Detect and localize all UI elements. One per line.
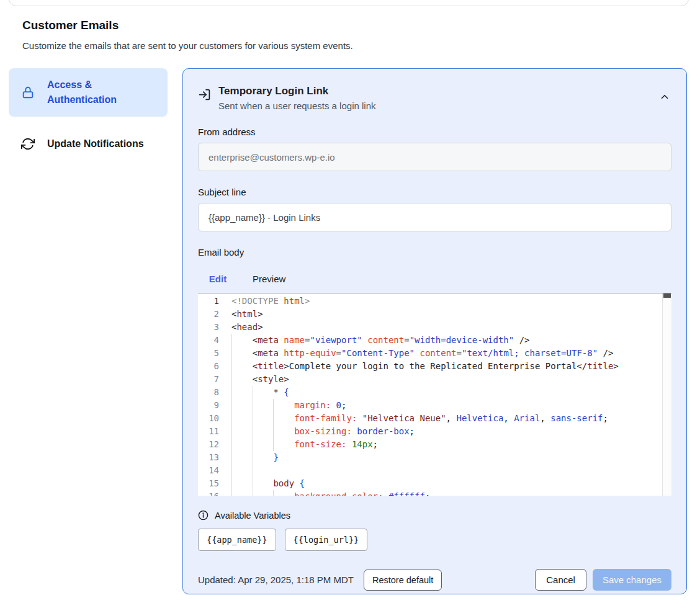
line-number: 10: [198, 412, 219, 425]
indent-guide: [231, 386, 232, 399]
variable-chips: {{app_name}} {{login_url}}: [198, 529, 671, 551]
variable-chip-login-url[interactable]: {{login_url}}: [285, 529, 368, 551]
code-line: 12 font-size: 14px;: [198, 438, 671, 451]
panel-header: Temporary Login Link Sent when a user re…: [198, 84, 671, 111]
code-line: 15 body {: [198, 477, 671, 490]
line-number: 16: [198, 490, 219, 496]
code-text: <head>: [219, 321, 671, 334]
line-number: 12: [198, 438, 219, 451]
panel-subtitle: Sent when a user requests a login link: [218, 101, 375, 111]
sidebar-item-update-notifications[interactable]: Update Notifications: [9, 127, 168, 161]
temporary-login-link-panel: Temporary Login Link Sent when a user re…: [182, 68, 687, 594]
indent-guide: [273, 438, 274, 451]
code-line: 3<head>: [198, 321, 671, 334]
indent-guide: [253, 425, 253, 438]
restore-default-button[interactable]: Restore default: [364, 570, 442, 591]
line-number: 8: [198, 386, 219, 399]
code-line: 8 * {: [198, 386, 671, 399]
code-line: 2<html>: [198, 308, 671, 321]
code-text: font-family: "Helvetica Neue", Helvetica…: [219, 412, 671, 425]
code-text: }: [219, 451, 671, 464]
previous-card-bottom-edge: [9, 0, 689, 6]
line-number: 1: [198, 295, 219, 308]
line-number: 11: [198, 425, 219, 438]
code-text: background-color: #ffffff;: [219, 490, 671, 496]
from-address-label: From address: [198, 127, 671, 137]
indent-guide: [253, 451, 253, 464]
code-line: 14: [198, 464, 671, 477]
line-number: 5: [198, 347, 219, 360]
indent-guide: [231, 373, 232, 386]
line-number: 2: [198, 308, 219, 321]
line-number: 15: [198, 477, 219, 490]
code-text: * {: [219, 386, 671, 399]
line-number: 3: [198, 321, 219, 334]
page-subtitle: Customize the emails that are sent to yo…: [22, 40, 581, 51]
available-variables-row: Available Variables: [198, 510, 671, 521]
sidebar-item-label: Access & Authentication: [47, 78, 155, 107]
line-number: 9: [198, 399, 219, 412]
sidebar-item-access-authentication[interactable]: Access & Authentication: [9, 68, 168, 117]
indent-guide: [231, 438, 232, 451]
indent-guide: [273, 425, 274, 438]
indent-guide: [231, 464, 232, 477]
code-line: 16 background-color: #ffffff;: [198, 490, 671, 496]
collapse-panel-button[interactable]: [658, 90, 671, 104]
line-number: 6: [198, 360, 219, 373]
line-number: 13: [198, 451, 219, 464]
code-line: 13 }: [198, 451, 671, 464]
indent-guide: [253, 412, 253, 425]
line-number: 4: [198, 334, 219, 347]
code-line: 4 <meta name="viewport" content="width=d…: [198, 334, 671, 347]
code-text: <style>: [219, 373, 671, 386]
code-text: body {: [219, 477, 671, 490]
email-body-label: Email body: [198, 247, 671, 257]
code-text: <meta http-equiv="Content-Type" content=…: [219, 347, 671, 360]
code-line: 5 <meta http-equiv="Content-Type" conten…: [198, 347, 671, 360]
from-address-input[interactable]: [198, 143, 671, 171]
indent-guide: [231, 412, 232, 425]
indent-guide: [231, 334, 232, 347]
indent-guide: [231, 451, 232, 464]
indent-guide: [231, 425, 232, 438]
variable-chip-app-name[interactable]: {{app_name}}: [198, 529, 276, 551]
panel-title-block: Temporary Login Link Sent when a user re…: [218, 84, 375, 111]
code-text: <title>Complete your login to the Replic…: [219, 360, 671, 373]
subject-line-input[interactable]: [198, 203, 671, 231]
cancel-button[interactable]: Cancel: [535, 569, 586, 591]
code-text: [219, 464, 671, 477]
refresh-icon: [21, 137, 35, 151]
subject-line-label: Subject line: [198, 187, 671, 197]
code-line: 11 box-sizing: border-box;: [198, 425, 671, 438]
email-types-sidebar: Access & Authentication Update Notificat…: [9, 68, 168, 161]
indent-guide: [253, 477, 253, 490]
chevron-up-icon: [659, 91, 670, 102]
page-title: Customer Emails: [22, 19, 581, 32]
code-text: margin: 0;: [219, 399, 671, 412]
tab-edit[interactable]: Edit: [198, 268, 238, 293]
code-line: 7 <style>: [198, 373, 671, 386]
save-changes-button[interactable]: Save changes: [593, 569, 671, 591]
code-text: <html>: [219, 308, 671, 321]
panel-title: Temporary Login Link: [218, 84, 375, 99]
indent-guide: [253, 490, 253, 496]
indent-guide: [231, 347, 232, 360]
panel-footer: Updated: Apr 29, 2025, 1:18 PM MDT Resto…: [198, 569, 671, 591]
indent-guide: [253, 464, 253, 477]
indent-guide: [231, 477, 232, 490]
tab-preview[interactable]: Preview: [251, 268, 287, 293]
sidebar-item-label: Update Notifications: [47, 136, 155, 151]
page-header: Customer Emails Customize the emails tha…: [22, 19, 581, 51]
indent-guide: [253, 438, 253, 451]
code-text: font-size: 14px;: [219, 438, 671, 451]
info-icon: [198, 510, 209, 521]
code-text: <meta name="viewport" content="width=dev…: [219, 334, 671, 347]
code-text: <!DOCTYPE html>: [219, 295, 671, 308]
indent-guide: [273, 490, 274, 496]
indent-guide: [231, 399, 232, 412]
code-text: box-sizing: border-box;: [219, 425, 671, 438]
email-body-code-editor[interactable]: 1<!DOCTYPE html>2<html>3<head>4 <meta na…: [198, 293, 671, 496]
code-line: 1<!DOCTYPE html>: [198, 295, 671, 308]
login-icon: [198, 88, 211, 101]
indent-guide: [231, 360, 232, 373]
